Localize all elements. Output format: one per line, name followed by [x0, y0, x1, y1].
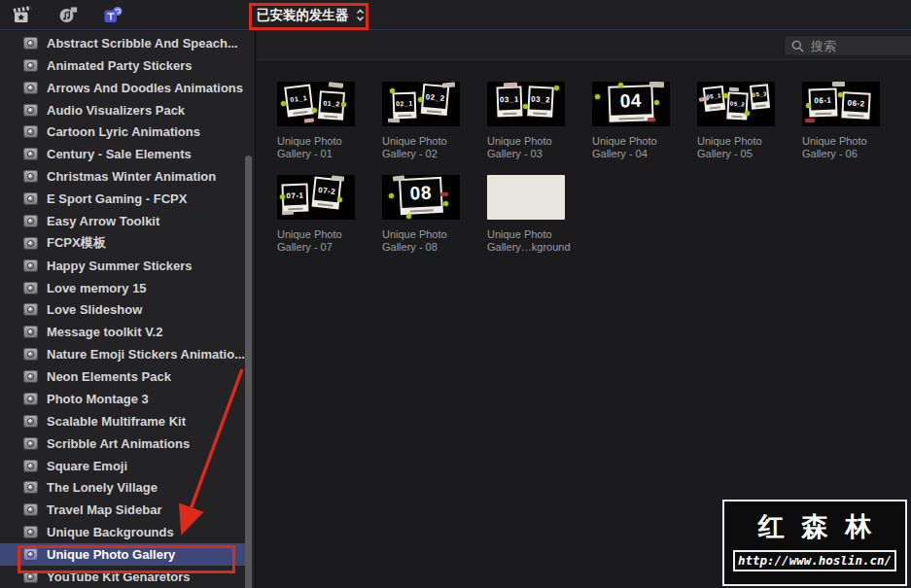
- pin-dot: [406, 214, 411, 219]
- sidebar-item[interactable]: Photo Montage 3: [0, 388, 245, 410]
- sidebar-item[interactable]: Travel Map Sidebar: [0, 499, 245, 521]
- sidebar-item[interactable]: Arrows And Doodles Animations: [0, 77, 245, 99]
- generator-category-icon: [23, 526, 38, 538]
- sidebar-item-label: Cartoon Lyric Animations: [47, 124, 200, 139]
- generator-thumbnail[interactable]: 03_103_2: [487, 82, 565, 126]
- generator-thumbnail[interactable]: 07-107-2: [277, 175, 355, 220]
- polaroid-frame: 05_3: [750, 84, 770, 110]
- sidebar-item-label: Message toolkit V.2: [47, 325, 162, 339]
- sidebar-item-label: Nature Emoji Stickers Animatio...: [47, 347, 245, 362]
- generator-category-icon: [23, 170, 38, 183]
- pin-dot: [618, 83, 623, 87]
- polaroid-frame: 07-1: [282, 184, 309, 213]
- sidebar-item[interactable]: FCPX模板: [0, 232, 245, 255]
- polaroid-frame: 07-2: [311, 177, 341, 210]
- sidebar-item[interactable]: Message toolkit V.2: [0, 321, 245, 343]
- annotation-box-selected-item: [18, 545, 235, 573]
- polaroid-caption: [816, 113, 831, 115]
- sidebar-item[interactable]: Christmas Winter Animation: [0, 165, 245, 188]
- polaroid-caption: [293, 111, 307, 114]
- polaroid-number: 07-2: [314, 179, 339, 202]
- annotation-box-dropdown: [249, 3, 368, 30]
- titles-generators-button[interactable]: [98, 2, 128, 27]
- search-input[interactable]: [809, 38, 911, 54]
- sidebar-item[interactable]: Century - Sale Elements: [0, 143, 245, 165]
- generator-thumbnail-label: Unique Photo Gallery - 07: [277, 228, 370, 254]
- generator-cell: Unique Photo Gallery…kground: [487, 175, 592, 268]
- sidebar-item[interactable]: Audio Visualizers Pack: [0, 99, 245, 121]
- generator-cell: 03_103_2Unique Photo Gallery - 03: [487, 82, 592, 175]
- sidebar-item[interactable]: E Sport Gaming - FCPX: [0, 188, 245, 210]
- polaroid-frame: 03_1: [496, 86, 522, 118]
- sidebar-item[interactable]: Easy Arrow Toolkit: [0, 210, 245, 232]
- tape-decoration: [388, 119, 400, 122]
- browser-toolbar: 已安装的发生器: [0, 0, 911, 30]
- generator-cell: 06-106-2Unique Photo Gallery - 06: [802, 82, 907, 175]
- pin-dot: [806, 103, 811, 108]
- generator-cell: 05_105_205_3Unique Photo Gallery - 05: [697, 82, 802, 175]
- sidebar-item[interactable]: Nature Emoji Stickers Animatio...: [0, 343, 245, 365]
- pin-dot: [523, 104, 528, 109]
- pin-dot: [390, 88, 395, 93]
- generator-category-icon: [23, 82, 38, 94]
- sidebar-item[interactable]: Unique Backgrounds: [0, 521, 245, 543]
- generator-thumbnail[interactable]: 06-106-2: [802, 82, 880, 126]
- sidebar-item[interactable]: Cartoon Lyric Animations: [0, 121, 245, 144]
- sidebar-item-label: Photo Montage 3: [47, 392, 149, 406]
- titles-generators-icon: [102, 6, 124, 24]
- polaroid-caption: [848, 115, 863, 117]
- tape-decoration: [304, 118, 314, 122]
- sidebar-item-label: Abstract Scribble And Speach...: [47, 36, 238, 51]
- generator-category-icon: [23, 415, 38, 428]
- polaroid-frame: 06-1: [809, 88, 838, 118]
- generator-thumbnail[interactable]: 05_105_205_3: [697, 82, 775, 126]
- generator-category-icon: [23, 282, 38, 294]
- polaroid-caption: [324, 115, 338, 118]
- generator-cell: 08Unique Photo Gallery - 08: [382, 175, 487, 268]
- generator-category-icon: [23, 348, 38, 361]
- sidebar-item-label: Scribble Art Animations: [47, 436, 190, 451]
- generator-cell: 01_101_2Unique Photo Gallery - 01: [277, 82, 382, 175]
- generator-thumbnail[interactable]: 08: [382, 175, 460, 220]
- pin-dot: [745, 111, 750, 116]
- generator-thumbnail[interactable]: 01_101_2: [277, 82, 355, 126]
- generator-thumbnail-label: Unique Photo Gallery - 03: [487, 135, 580, 160]
- generator-thumbnail[interactable]: 04: [592, 82, 670, 126]
- effects-browser-button[interactable]: [8, 2, 37, 27]
- tape-decoration: [504, 83, 517, 88]
- polaroid-frame: 04: [608, 85, 653, 122]
- sidebar-item[interactable]: Love memory 15: [0, 277, 245, 299]
- polaroid-number: 02_1: [395, 94, 415, 113]
- effects-browser-icon: [12, 6, 33, 24]
- sidebar-item[interactable]: The Lonely Village: [0, 477, 245, 500]
- sidebar-item-label: Happy Summer Stickers: [47, 259, 193, 273]
- sidebar-item[interactable]: Love Slideshow: [0, 299, 245, 322]
- tape-decoration: [832, 82, 845, 86]
- generator-cell: 04Unique Photo Gallery - 04: [592, 82, 697, 175]
- search-field[interactable]: [784, 35, 911, 56]
- sidebar-item[interactable]: Abstract Scribble And Speach...: [0, 32, 245, 54]
- sidebar-item[interactable]: Animated Party Stickers: [0, 54, 245, 77]
- sidebar-item[interactable]: Happy Summer Stickers: [0, 255, 245, 277]
- generator-category-icon: [23, 503, 38, 516]
- sidebar-item[interactable]: Scalable Multiframe Kit: [0, 410, 245, 432]
- generator-thumbnail-label: Unique Photo Gallery - 02: [382, 135, 475, 160]
- generator-category-icon: [23, 460, 38, 472]
- sidebar-item-label: Animated Party Stickers: [47, 58, 193, 73]
- pin-dot: [281, 101, 286, 106]
- sidebar-item[interactable]: Neon Elements Pack: [0, 365, 245, 388]
- generator-thumbnail[interactable]: [487, 175, 565, 220]
- photos-audio-button[interactable]: [54, 2, 83, 27]
- polaroid-frame: 03_2: [527, 86, 554, 117]
- sidebar-item[interactable]: Square Emoji: [0, 455, 245, 477]
- generator-thumbnail[interactable]: 02_102_2: [382, 82, 460, 126]
- sidebar-scrollbar[interactable]: [245, 156, 252, 588]
- generator-category-icon: [23, 192, 38, 205]
- sidebar-item-label: Unique Backgrounds: [47, 525, 174, 539]
- sidebar-item[interactable]: Scribble Art Animations: [0, 432, 245, 455]
- generator-grid: 01_101_2Unique Photo Gallery - 0102_102_…: [277, 82, 907, 268]
- generator-category-icon: [23, 481, 38, 494]
- polaroid-frame: 08: [399, 177, 443, 215]
- polaroid-number: 03_1: [499, 88, 521, 111]
- polaroid-caption: [503, 113, 517, 115]
